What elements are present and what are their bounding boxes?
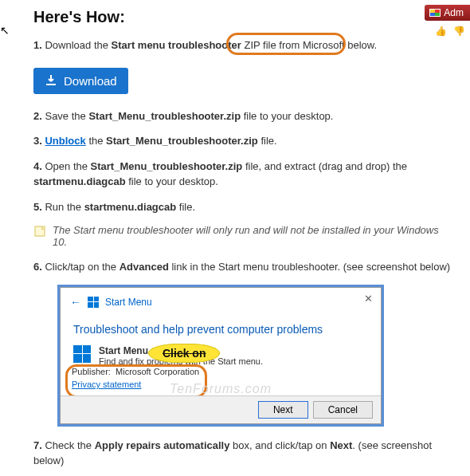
step-5: 5. Run the startmenu.diagcab file. [33,199,456,215]
download-icon [45,74,57,87]
download-button[interactable]: Download [33,68,128,94]
step-4: 4. Open the Start_Menu_troubleshooter.zi… [33,159,456,190]
cancel-button[interactable]: Cancel [313,401,373,419]
dialog-title: Start Menu [105,297,152,308]
step-2: 2. Save the Start_Menu_troubleshooter.zi… [33,108,456,124]
vote-controls: 👍 👎 [435,26,465,37]
dialog-item[interactable]: Start Menu Find and fix problems with th… [73,345,368,366]
thumb-up-icon[interactable]: 👍 [435,26,447,37]
windows-logo-icon [73,345,91,363]
admin-badge: Adm [425,5,470,21]
step-6: 6. Click/tap on the Advanced link in the… [33,259,456,275]
next-button[interactable]: Next [258,401,308,419]
thumb-down-icon[interactable]: 👎 [453,26,465,37]
step-1: 1. Download the Start menu troubleshoote… [33,37,456,53]
note-icon [33,225,46,238]
unblock-link[interactable]: Unblock [45,135,85,147]
cursor-icon: ↖ [0,24,10,37]
dialog-heading: Troubleshoot and help prevent computer p… [73,323,368,336]
windows-logo-icon [88,297,99,308]
back-arrow-icon[interactable]: ← [70,296,81,309]
page-title: Here's How: [33,8,456,26]
admin-badge-text: Adm [444,7,464,18]
step-3: 3. Unblock the Start_Menu_troubleshooter… [33,133,456,149]
publisher-area: Publisher: Microsoft Corporation Privacy… [72,365,199,391]
screenshot-troubleshooter: ← Start Menu ✕ Troubleshoot and help pre… [57,285,384,427]
svg-rect-0 [35,226,45,236]
close-icon[interactable]: ✕ [364,293,373,305]
annotation-click-on: Click on [148,344,220,363]
step-7: 7. Check the Apply repairs automatically… [33,438,456,469]
privacy-link[interactable]: Privacy statement [72,380,141,389]
windows-flag-icon [429,9,441,17]
note: The Start menu troubleshooter will only … [33,224,456,248]
